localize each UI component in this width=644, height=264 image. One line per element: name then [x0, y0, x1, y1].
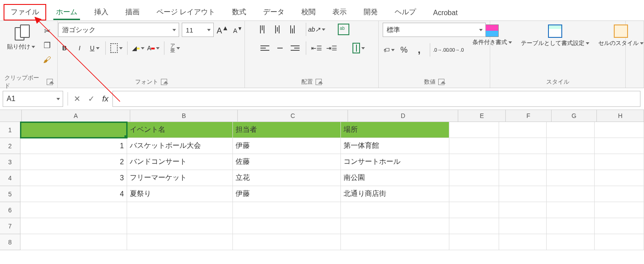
- row-header-3[interactable]: 3: [0, 154, 20, 170]
- align-launcher[interactable]: [316, 79, 322, 85]
- cell-G4[interactable]: [547, 170, 595, 186]
- row-header-1[interactable]: 1: [0, 122, 20, 138]
- increase-font-button[interactable]: A▲: [216, 24, 229, 36]
- cell-E8[interactable]: [449, 234, 499, 250]
- col-header-E[interactable]: E: [458, 110, 506, 122]
- font-color-button[interactable]: A: [147, 42, 160, 54]
- formula-input[interactable]: [112, 91, 640, 107]
- cell-A5[interactable]: 4: [20, 186, 127, 202]
- cell-H7[interactable]: [595, 218, 644, 234]
- cell-B2[interactable]: バスケットボール大会: [127, 138, 233, 154]
- percent-button[interactable]: %: [398, 44, 410, 56]
- cell-C2[interactable]: 伊藤: [233, 138, 341, 154]
- format-as-table-button[interactable]: テーブルとして書式設定: [518, 23, 592, 49]
- cell-D5[interactable]: 北通り商店街: [341, 186, 449, 202]
- orientation-button[interactable]: ab↗: [311, 23, 323, 36]
- cell-A6[interactable]: [20, 202, 127, 218]
- menu-acrobat[interactable]: Acrobat: [426, 5, 464, 20]
- cell-C1[interactable]: 担当者: [233, 122, 341, 138]
- increase-decimal-button[interactable]: .0→.00: [435, 44, 447, 56]
- cell-D7[interactable]: [341, 218, 449, 234]
- decrease-indent-button[interactable]: ⇤☰: [311, 42, 323, 54]
- cell-G1[interactable]: [547, 122, 595, 138]
- increase-indent-button[interactable]: ⇥☰: [326, 42, 338, 54]
- border-button[interactable]: [110, 42, 123, 54]
- cell-A4[interactable]: 3: [20, 170, 127, 186]
- cell-G6[interactable]: [547, 202, 595, 218]
- cell-E4[interactable]: [449, 170, 499, 186]
- cell-B4[interactable]: フリーマーケット: [127, 170, 233, 186]
- cell-E7[interactable]: [449, 218, 499, 234]
- cell-G8[interactable]: [547, 234, 595, 250]
- col-header-F[interactable]: F: [506, 110, 552, 122]
- cell-G3[interactable]: [547, 154, 595, 170]
- align-right-button[interactable]: [289, 42, 301, 54]
- cancel-formula-button[interactable]: ✕: [70, 92, 84, 106]
- font-name-combo[interactable]: 游ゴシック: [58, 23, 179, 37]
- align-left-button[interactable]: [259, 42, 271, 54]
- cell-B5[interactable]: 夏祭り: [127, 186, 233, 202]
- phonetic-button[interactable]: ア亜: [169, 42, 181, 54]
- bold-button[interactable]: B: [58, 42, 71, 54]
- cut-button[interactable]: ✂: [41, 25, 53, 37]
- cell-A7[interactable]: [20, 218, 127, 234]
- cell-H1[interactable]: [595, 122, 644, 138]
- cell-A3[interactable]: 2: [20, 154, 127, 170]
- name-box[interactable]: A1: [3, 91, 63, 107]
- merge-center-button[interactable]: [352, 42, 365, 54]
- cell-C6[interactable]: [233, 202, 341, 218]
- cell-C4[interactable]: 立花: [233, 170, 341, 186]
- cell-H8[interactable]: [595, 234, 644, 250]
- cell-F8[interactable]: [499, 234, 547, 250]
- number-format-combo[interactable]: 標準: [383, 23, 486, 37]
- cell-D3[interactable]: コンサートホール: [341, 154, 449, 170]
- col-header-D[interactable]: D: [348, 110, 458, 122]
- copy-button[interactable]: ❐: [41, 40, 53, 51]
- number-launcher[interactable]: [438, 79, 444, 85]
- cell-E2[interactable]: [449, 138, 499, 154]
- menu-file[interactable]: ファイル: [4, 4, 46, 20]
- cell-B8[interactable]: [127, 234, 233, 250]
- col-header-A[interactable]: A: [22, 110, 130, 122]
- col-header-C[interactable]: C: [238, 110, 348, 122]
- menu-review[interactable]: 校閲: [294, 4, 323, 20]
- cell-F1[interactable]: [499, 122, 547, 138]
- col-header-B[interactable]: B: [130, 110, 238, 122]
- menu-formulas[interactable]: 数式: [225, 4, 253, 20]
- row-header-5[interactable]: 5: [0, 186, 20, 202]
- cell-G2[interactable]: [547, 138, 595, 154]
- align-center-button[interactable]: [274, 42, 286, 54]
- cell-D8[interactable]: [341, 234, 449, 250]
- cell-H4[interactable]: [595, 170, 644, 186]
- cell-B1[interactable]: イベント名: [127, 122, 233, 138]
- cell-B6[interactable]: [127, 202, 233, 218]
- cell-C5[interactable]: 伊藤: [233, 186, 341, 202]
- cell-E1[interactable]: [449, 122, 499, 138]
- format-painter-button[interactable]: 🖌: [41, 54, 53, 65]
- fill-color-button[interactable]: ◢: [132, 42, 144, 54]
- menu-developer[interactable]: 開発: [356, 4, 385, 20]
- row-header-6[interactable]: 6: [0, 202, 20, 218]
- cell-D2[interactable]: 第一体育館: [341, 138, 449, 154]
- italic-button[interactable]: I: [73, 42, 86, 54]
- font-launcher[interactable]: [161, 79, 167, 85]
- wrap-text-button[interactable]: [337, 23, 350, 36]
- row-header-7[interactable]: 7: [0, 218, 20, 234]
- menu-help[interactable]: ヘルプ: [388, 4, 423, 20]
- menu-pagelayout[interactable]: ページ レイアウト: [149, 4, 222, 20]
- col-header-G[interactable]: G: [552, 110, 597, 122]
- cell-G7[interactable]: [547, 218, 595, 234]
- cell-F7[interactable]: [499, 218, 547, 234]
- cell-F6[interactable]: [499, 202, 547, 218]
- cell-C7[interactable]: [233, 218, 341, 234]
- vertical-top-button[interactable]: [259, 23, 271, 36]
- row-header-8[interactable]: 8: [0, 234, 20, 250]
- row-header-4[interactable]: 4: [0, 170, 20, 186]
- cell-G5[interactable]: [547, 186, 595, 202]
- cell-E6[interactable]: [449, 202, 499, 218]
- menu-data[interactable]: データ: [256, 4, 292, 20]
- accounting-button[interactable]: 🏷: [383, 44, 395, 56]
- col-header-H[interactable]: H: [597, 110, 644, 122]
- menu-draw[interactable]: 描画: [118, 4, 147, 20]
- cell-H5[interactable]: [595, 186, 644, 202]
